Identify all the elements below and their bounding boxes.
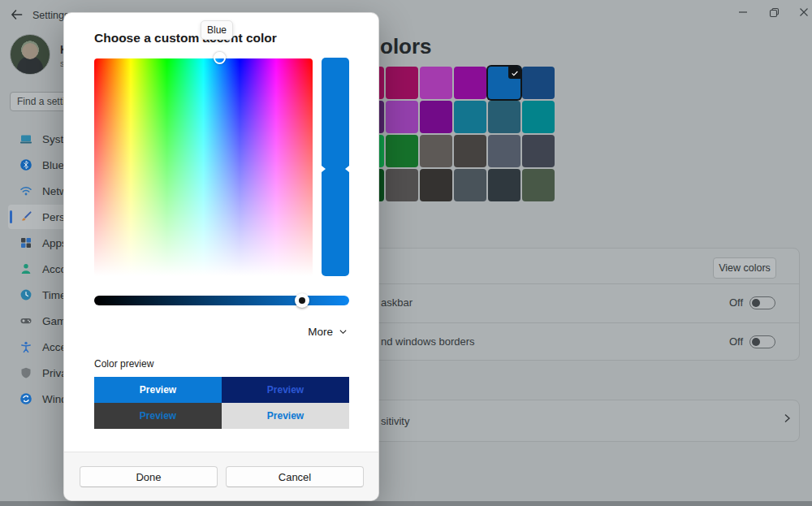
avatar[interactable] (10, 34, 50, 75)
done-button[interactable]: Done (80, 466, 218, 487)
taskbar-toggle-state: Off (729, 296, 743, 309)
accent-swatch[interactable] (522, 135, 555, 167)
accent-swatch[interactable] (488, 67, 520, 99)
slider-notch (345, 166, 349, 172)
chevron-down-icon (339, 327, 348, 336)
color-picker-ring[interactable] (214, 52, 226, 64)
shield-icon (19, 366, 32, 379)
update-icon (19, 392, 32, 405)
system-icon (19, 132, 32, 145)
related-setting-label-fragment: sitivity (381, 415, 409, 427)
dialog-title: Choose a custom accent color (94, 31, 277, 45)
view-colors-button[interactable]: View colors (713, 257, 776, 279)
accent-swatch[interactable] (522, 101, 555, 133)
accent-taskbar-toggle[interactable] (749, 296, 775, 309)
close-button[interactable] (792, 3, 812, 21)
saturation-hue-field[interactable] (94, 58, 313, 276)
accent-borders-toggle[interactable] (749, 335, 775, 348)
accent-swatch[interactable] (386, 101, 418, 133)
accent-swatch[interactable] (488, 169, 520, 201)
accent-swatch[interactable] (454, 169, 486, 201)
clock-icon (19, 288, 32, 301)
restore-button[interactable] (762, 3, 786, 21)
page-title-fragment: olors (380, 34, 432, 59)
accent-swatch-grid (352, 67, 555, 201)
divider (358, 322, 799, 323)
accent-swatch[interactable] (522, 169, 555, 201)
color-preview-cell[interactable]: Preview (94, 403, 222, 429)
accent-swatch[interactable] (488, 135, 520, 167)
personalization-icon (19, 210, 32, 223)
accent-color-card: View colors askbar Off nd windows border… (357, 248, 800, 361)
wifi-icon (19, 184, 32, 197)
accent-swatch[interactable] (454, 135, 486, 167)
accent-swatch[interactable] (386, 135, 418, 167)
accent-swatch[interactable] (488, 101, 520, 133)
sidebar-item-network[interactable]: Netwo (8, 179, 71, 203)
selected-check-icon (508, 67, 520, 79)
selected-indicator (10, 210, 12, 223)
sidebar-item-personalization[interactable]: Perso (8, 205, 71, 229)
slider-notch (322, 166, 326, 172)
divider (358, 283, 799, 284)
accent-swatch[interactable] (420, 101, 452, 133)
toggle-knob (752, 338, 760, 346)
brightness-slider-thumb[interactable] (295, 293, 309, 308)
borders-toggle-state: Off (729, 335, 743, 348)
sidebar-item-accounts[interactable]: Accou (8, 257, 71, 281)
custom-accent-color-dialog: Choose a custom accent color Blue More C… (63, 12, 379, 501)
dialog-footer: Done Cancel (64, 452, 378, 500)
sidebar-item-apps[interactable]: Apps (8, 231, 71, 255)
desktop: Settings K sv System Blueto Netwo Perso … (0, 0, 812, 506)
more-button[interactable]: More (308, 326, 348, 338)
accent-swatch[interactable] (386, 169, 418, 201)
sidebar-item-windows-update[interactable]: Windo (8, 387, 71, 411)
accent-swatch[interactable] (386, 67, 418, 99)
accent-swatch[interactable] (420, 135, 452, 167)
accessibility-icon (19, 340, 32, 353)
color-preview-cell[interactable]: Preview (222, 403, 349, 429)
cancel-button[interactable]: Cancel (226, 466, 364, 487)
thumb-dot (299, 297, 305, 304)
accent-swatch[interactable] (420, 67, 452, 99)
chevron-right-icon (780, 412, 793, 425)
accent-swatch[interactable] (454, 67, 486, 99)
search-input[interactable] (10, 92, 71, 111)
toggle-knob (752, 299, 760, 307)
accent-swatch[interactable] (420, 169, 452, 201)
brightness-slider-track[interactable] (94, 296, 349, 305)
sidebar-item-gaming[interactable]: Gamin (8, 309, 71, 333)
sidebar-item-bluetooth[interactable]: Blueto (8, 153, 71, 177)
more-label: More (308, 326, 333, 338)
apps-icon (19, 236, 32, 249)
minimize-button[interactable] (731, 3, 755, 21)
color-preview-cell[interactable]: Preview (222, 377, 349, 403)
bluetooth-icon (19, 158, 32, 171)
accent-swatch[interactable] (454, 101, 486, 133)
back-button[interactable] (10, 7, 26, 24)
accounts-icon (19, 262, 32, 275)
sidebar-item-time-language[interactable]: Time (8, 283, 71, 307)
related-setting-card[interactable]: sitivity (357, 400, 800, 442)
color-preview-grid: Preview Preview Preview Preview (94, 377, 349, 429)
color-name-tooltip: Blue (201, 20, 233, 40)
value-slider[interactable] (322, 58, 349, 276)
accent-swatch[interactable] (522, 67, 555, 99)
accent-taskbar-label-fragment: askbar (381, 296, 412, 309)
sidebar-item-system[interactable]: System (8, 127, 71, 151)
color-preview-cell[interactable]: Preview (94, 377, 222, 403)
sidebar-item-privacy[interactable]: Privac (8, 361, 71, 385)
window-bottom-edge (0, 501, 812, 506)
gamepad-icon (19, 314, 32, 327)
sidebar-item-accessibility[interactable]: Acces (8, 335, 71, 359)
color-preview-label: Color preview (94, 358, 153, 370)
accent-borders-label-fragment: nd windows borders (381, 335, 475, 348)
